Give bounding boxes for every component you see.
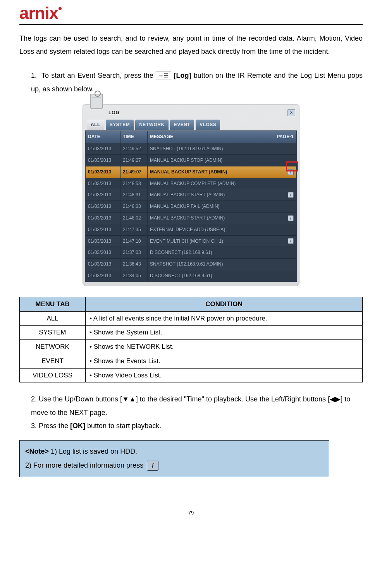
log-cell-date: 01/03/2013 bbox=[86, 212, 120, 224]
log-cell-date: 01/03/2013 bbox=[86, 235, 120, 247]
log-tab-row: ALLSYSTEMNETWORKEVENTVLOSS bbox=[85, 120, 297, 131]
log-cell-message: EXTERNAL DEVICE ADD (USBF-A) bbox=[148, 224, 296, 235]
brand-logo: arnix bbox=[19, 4, 363, 22]
table-row: ALL• A list of all events since the init… bbox=[20, 311, 363, 326]
log-cell-time: 21:49:27 bbox=[120, 154, 148, 166]
step-3-text-a: 3. Press the bbox=[31, 422, 70, 430]
log-cell-time: 21:48:02 bbox=[120, 212, 148, 224]
log-cell-time: 21:36:43 bbox=[120, 258, 148, 270]
log-cell-time: 21:49:52 bbox=[120, 143, 148, 154]
info-icon[interactable]: i bbox=[147, 461, 158, 471]
info-icon[interactable]: i bbox=[288, 192, 294, 198]
info-icon[interactable]: i bbox=[288, 215, 294, 221]
step-1-text-a: To start an Event Search, press the bbox=[41, 72, 156, 79]
menu-table-head-tab: MENU TAB bbox=[20, 297, 86, 311]
log-row[interactable]: 01/03/201321:47:35EXTERNAL DEVICE ADD (U… bbox=[86, 224, 296, 235]
menu-tab-cell: VIDEO LOSS bbox=[20, 368, 86, 382]
log-cell-message: EVENT MULTI CH (MOTION CH 1)i bbox=[148, 235, 296, 247]
clipboard-icon bbox=[90, 94, 103, 109]
log-cell-time: 21:48:53 bbox=[120, 178, 148, 189]
log-cell-time: 21:49:07 bbox=[120, 166, 148, 178]
page-number: 79 bbox=[19, 508, 363, 518]
log-cell-message: MANUAL BACKUP FAIL (ADMIN) bbox=[148, 201, 296, 212]
page-divider bbox=[19, 24, 363, 25]
menu-tab-cell: ALL bbox=[20, 311, 86, 326]
log-cell-message: DISCONNECT (192.168.9.61) bbox=[148, 247, 296, 258]
menu-condition-cell: • A list of all events since the initial… bbox=[86, 311, 363, 326]
log-cell-date: 01/03/2013 bbox=[86, 166, 120, 178]
log-window-title: LOG bbox=[108, 108, 120, 117]
log-cell-date: 01/03/2013 bbox=[86, 201, 120, 212]
log-tab-event[interactable]: EVENT bbox=[170, 120, 194, 130]
note-text-2: 2) For more detailed information press bbox=[25, 461, 145, 469]
log-row[interactable]: 01/03/201321:48:03MANUAL BACKUP FAIL (AD… bbox=[86, 201, 296, 212]
logo-dot-icon bbox=[59, 7, 62, 10]
step-3-text-c: button to start playback. bbox=[85, 422, 161, 430]
note-label: <Note> bbox=[25, 447, 49, 455]
note-text-1: 1) Log list is saved on HDD. bbox=[49, 447, 137, 455]
log-cell-date: 01/03/2013 bbox=[86, 224, 120, 235]
log-cell-date: 01/03/2013 bbox=[86, 189, 120, 201]
log-row[interactable]: 01/03/201321:49:27MANUAL BACKUP STOP (AD… bbox=[86, 154, 296, 166]
log-row[interactable]: 01/03/201321:49:07MANUAL BACKUP START (A… bbox=[86, 166, 296, 178]
log-cell-date: 01/03/2013 bbox=[86, 154, 120, 166]
log-cell-time: 21:48:03 bbox=[120, 201, 148, 212]
col-message: MESSAGE bbox=[150, 132, 173, 141]
log-button-icon: ▭☰ bbox=[156, 72, 171, 79]
brand-text: arnix bbox=[19, 5, 58, 22]
table-row: EVENT• Shows the Events List. bbox=[20, 354, 363, 368]
log-row[interactable]: 01/03/201321:48:31MANUAL BACKUP START (A… bbox=[86, 189, 296, 201]
log-row[interactable]: 01/03/201321:34:05DISCONNECT (192.168.9.… bbox=[86, 270, 296, 281]
log-cell-message: MANUAL BACKUP COMPLETE (ADMIN) bbox=[148, 178, 296, 189]
menu-tab-cell: SYSTEM bbox=[20, 326, 86, 340]
log-cell-date: 01/03/2013 bbox=[86, 258, 120, 270]
log-cell-time: 21:47:10 bbox=[120, 235, 148, 247]
log-cell-message: MANUAL BACKUP START (ADMIN)i bbox=[148, 166, 296, 178]
menu-condition-cell: • Shows the Events List. bbox=[86, 354, 363, 368]
log-cell-date: 01/03/2013 bbox=[86, 247, 120, 258]
step-1-number: 1. bbox=[31, 72, 37, 79]
highlight-box bbox=[286, 161, 298, 171]
note-line-2: 2) For more detailed information press i bbox=[25, 458, 323, 472]
log-window-screenshot: LOG X ALLSYSTEMNETWORKEVENTVLOSS DATE TI… bbox=[83, 104, 299, 286]
log-row[interactable]: 01/03/201321:47:10EVENT MULTI CH (MOTION… bbox=[86, 235, 296, 247]
log-cell-date: 01/03/2013 bbox=[86, 270, 120, 281]
menu-tab-cell: NETWORK bbox=[20, 340, 86, 354]
log-row[interactable]: 01/03/201321:48:53MANUAL BACKUP COMPLETE… bbox=[86, 178, 296, 189]
log-row[interactable]: 01/03/201321:49:52SNAPSHOT (192.168.9.61… bbox=[86, 143, 296, 154]
table-row: VIDEO LOSS• Shows Video Loss List. bbox=[20, 368, 363, 382]
log-cell-message: DISCONNECT (192.168.9.61) bbox=[148, 270, 296, 281]
log-cell-time: 21:48:31 bbox=[120, 189, 148, 201]
log-cell-message: MANUAL BACKUP STOP (ADMIN) bbox=[148, 154, 296, 166]
log-row[interactable]: 01/03/201321:48:02MANUAL BACKUP START (A… bbox=[86, 212, 296, 224]
close-icon[interactable]: X bbox=[287, 109, 295, 116]
log-cell-date: 01/03/2013 bbox=[86, 178, 120, 189]
col-date: DATE bbox=[86, 131, 120, 143]
log-row[interactable]: 01/03/201321:36:43SNAPSHOT (192.168.9.61… bbox=[86, 258, 296, 270]
menu-condition-cell: • Shows Video Loss List. bbox=[86, 368, 363, 382]
table-row: SYSTEM• Shows the System List. bbox=[20, 326, 363, 340]
step-3: 3. Press the [OK] button to start playba… bbox=[31, 419, 363, 432]
log-cell-message: MANUAL BACKUP START (ADMIN)i bbox=[148, 212, 296, 224]
menu-condition-cell: • Shows the NETWORK List. bbox=[86, 340, 363, 354]
log-cell-time: 21:47:35 bbox=[120, 224, 148, 235]
log-cell-time: 21:34:05 bbox=[120, 270, 148, 281]
info-icon[interactable]: i bbox=[288, 238, 294, 244]
log-tab-vloss[interactable]: VLOSS bbox=[196, 120, 220, 130]
log-cell-message: SNAPSHOT (192.168.9.61 ADMIN) bbox=[148, 143, 296, 154]
log-tab-all[interactable]: ALL bbox=[87, 120, 104, 130]
log-button-label: [Log] bbox=[174, 72, 191, 79]
menu-tab-cell: EVENT bbox=[20, 354, 86, 368]
menu-table-head-condition: CONDITION bbox=[86, 297, 363, 311]
col-time: TIME bbox=[120, 131, 148, 143]
log-cell-message: MANUAL BACKUP START (ADMIN)i bbox=[148, 189, 296, 201]
log-tab-network[interactable]: NETWORK bbox=[135, 120, 169, 130]
log-tab-system[interactable]: SYSTEM bbox=[106, 120, 134, 130]
step-1: 1. To start an Event Search, press the ▭… bbox=[31, 69, 363, 95]
log-table: DATE TIME MESSAGE PAGE-1 01/03/201321:49… bbox=[85, 130, 297, 281]
menu-condition-cell: • Shows the System List. bbox=[86, 326, 363, 340]
log-cell-time: 21:37:03 bbox=[120, 247, 148, 258]
log-row[interactable]: 01/03/201321:37:03DISCONNECT (192.168.9.… bbox=[86, 247, 296, 258]
step-3-ok-label: [OK] bbox=[70, 422, 85, 430]
log-cell-message: SNAPSHOT (192.168.9.61 ADMIN) bbox=[148, 258, 296, 270]
